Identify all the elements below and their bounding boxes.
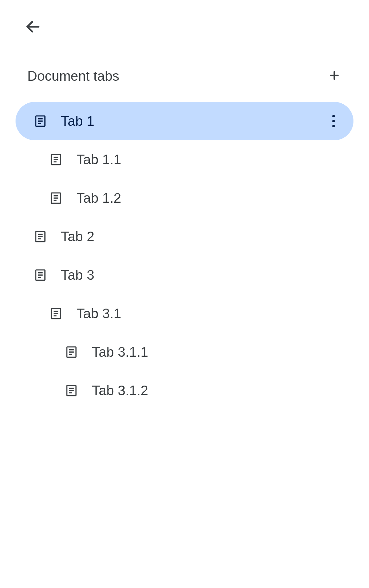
document-icon	[34, 114, 47, 128]
tab-label: Tab 2	[61, 229, 341, 244]
tab-item[interactable]: Tab 1	[16, 102, 353, 140]
back-button[interactable]	[24, 18, 42, 37]
tabs-list: Tab 1 Tab 1.1 Tab 1.2 Tab 2	[16, 102, 353, 410]
document-icon	[49, 153, 63, 166]
tab-item[interactable]: Tab 1.1	[16, 140, 353, 179]
document-icon	[49, 307, 63, 320]
tab-label: Tab 3.1.2	[92, 383, 341, 398]
document-icon	[65, 384, 78, 397]
tab-more-button[interactable]	[326, 114, 341, 129]
tab-label: Tab 3	[61, 267, 341, 283]
tab-item[interactable]: Tab 3.1.1	[16, 333, 353, 371]
tab-item[interactable]: Tab 3	[16, 256, 353, 294]
arrow-left-icon	[25, 18, 41, 36]
tab-item[interactable]: Tab 2	[16, 217, 353, 256]
tab-item[interactable]: Tab 1.2	[16, 179, 353, 217]
tab-label: Tab 1.1	[76, 152, 341, 167]
header-row: Document tabs	[27, 68, 342, 84]
document-icon	[49, 191, 63, 205]
tab-label: Tab 1	[61, 113, 326, 129]
page-title: Document tabs	[27, 68, 119, 84]
plus-icon	[329, 70, 340, 82]
document-icon	[34, 268, 47, 282]
more-vertical-icon	[332, 115, 335, 117]
tab-label: Tab 1.2	[76, 190, 341, 206]
tab-item[interactable]: Tab 3.1	[16, 294, 353, 333]
tab-label: Tab 3.1	[76, 306, 341, 321]
document-icon	[65, 345, 78, 359]
add-tab-button[interactable]	[327, 69, 342, 84]
tab-item[interactable]: Tab 3.1.2	[16, 371, 353, 410]
document-icon	[34, 230, 47, 243]
tab-label: Tab 3.1.1	[92, 344, 341, 360]
